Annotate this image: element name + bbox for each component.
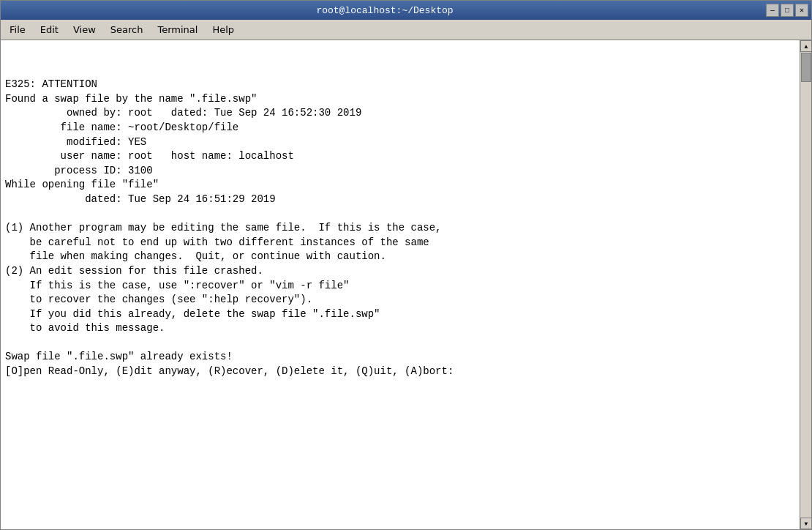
maximize-button[interactable]: □	[781, 4, 794, 17]
menu-bar: File Edit View Search Terminal Help	[1, 20, 811, 40]
terminal-area: E325: ATTENTION Found a swap file by the…	[1, 40, 811, 529]
menu-file[interactable]: File	[4, 23, 31, 37]
scrollbar-up-button[interactable]: ▲	[800, 40, 811, 52]
close-button[interactable]: ✕	[795, 4, 808, 17]
menu-search[interactable]: Search	[105, 23, 149, 37]
terminal-output: E325: ATTENTION Found a swap file by the…	[1, 46, 811, 382]
main-window: root@localhost:~/Desktop — □ ✕ File Edit…	[0, 0, 812, 530]
menu-help[interactable]: Help	[206, 23, 240, 37]
minimize-button[interactable]: —	[766, 4, 779, 17]
scrollbar-down-button[interactable]: ▼	[800, 518, 811, 529]
menu-view[interactable]: View	[67, 23, 102, 37]
window-title: root@localhost:~/Desktop	[4, 5, 766, 16]
title-bar-buttons: — □ ✕	[766, 4, 808, 17]
scrollbar[interactable]: ▲ ▼	[800, 40, 811, 529]
menu-terminal[interactable]: Terminal	[151, 23, 203, 37]
title-bar: root@localhost:~/Desktop — □ ✕	[1, 1, 811, 20]
scrollbar-thumb[interactable]	[801, 53, 811, 82]
menu-edit[interactable]: Edit	[34, 23, 64, 37]
